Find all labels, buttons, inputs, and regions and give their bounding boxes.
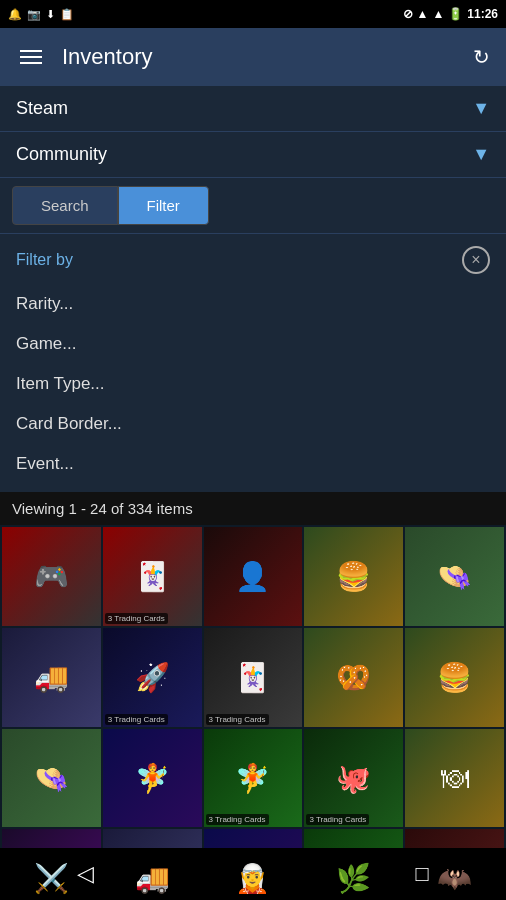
item-inner: 🍔 <box>405 628 504 727</box>
category-dropdown[interactable]: Community ▼ <box>0 132 506 178</box>
no-sim-icon: ⊘ <box>403 7 413 21</box>
download-icon: ⬇ <box>46 8 55 21</box>
filter-header: Filter by × <box>16 246 490 274</box>
inventory-item-8[interactable]: 🃏 3 Trading Cards <box>204 628 303 727</box>
inventory-item-14[interactable]: 🐙 3 Trading Cards <box>304 729 403 828</box>
inventory-item-13[interactable]: 🧚 3 Trading Cards <box>204 729 303 828</box>
item-inner: 🥨 <box>304 628 403 727</box>
item-badge: 3 Trading Cards <box>105 613 168 624</box>
clipboard-icon: 📋 <box>60 8 74 21</box>
filter-option-game[interactable]: Game... <box>16 324 490 364</box>
item-inner: 🚚 <box>2 628 101 727</box>
item-badge: 3 Trading Cards <box>105 714 168 725</box>
inventory-item-9[interactable]: 🥨 <box>304 628 403 727</box>
inventory-item-4[interactable]: 🍔 <box>304 527 403 626</box>
category-label: Community <box>16 144 107 165</box>
app-bar: Inventory ↻ <box>0 28 506 86</box>
item-inner: 👒 <box>2 729 101 828</box>
category-arrow-icon: ▼ <box>472 144 490 165</box>
close-filter-button[interactable]: × <box>462 246 490 274</box>
wifi-icon: ▲ <box>417 7 429 21</box>
item-inner: 🚀 3 Trading Cards <box>103 628 202 727</box>
viewing-count: Viewing 1 - 24 of 334 items <box>12 500 193 517</box>
filter-option-itemtype[interactable]: Item Type... <box>16 364 490 404</box>
battery-icon: 🔋 <box>448 7 463 21</box>
clock: 11:26 <box>467 7 498 21</box>
item-badge: 3 Trading Cards <box>206 714 269 725</box>
item-inner: 🃏 3 Trading Cards <box>103 527 202 626</box>
item-inner: 🧚 3 Trading Cards <box>204 729 303 828</box>
camera-icon: 📷 <box>27 8 41 21</box>
filter-tab[interactable]: Filter <box>118 186 209 225</box>
item-inner: 🧚 <box>103 729 202 828</box>
notification-icon: 🔔 <box>8 8 22 21</box>
platform-arrow-icon: ▼ <box>472 98 490 119</box>
item-badge: 3 Trading Cards <box>206 814 269 825</box>
inventory-item-2[interactable]: 🃏 3 Trading Cards <box>103 527 202 626</box>
signal-icon: ▲ <box>432 7 444 21</box>
refresh-button[interactable]: ↻ <box>473 45 490 69</box>
menu-button[interactable] <box>16 46 46 68</box>
item-inner: 🍔 <box>304 527 403 626</box>
item-inner: 🍽 <box>405 729 504 828</box>
inventory-item-15[interactable]: 🍽 <box>405 729 504 828</box>
status-icons-left: 🔔 📷 ⬇ 📋 <box>8 8 74 21</box>
app-title: Inventory <box>62 44 457 70</box>
status-icons-right: ⊘ ▲ ▲ 🔋 11:26 <box>403 7 498 21</box>
inventory-item-7[interactable]: 🚀 3 Trading Cards <box>103 628 202 727</box>
inventory-item-12[interactable]: 🧚 <box>103 729 202 828</box>
inventory-item-6[interactable]: 🚚 <box>2 628 101 727</box>
item-inner: 👒 <box>405 527 504 626</box>
platform-dropdown[interactable]: Steam ▼ <box>0 86 506 132</box>
search-tab[interactable]: Search <box>12 186 118 225</box>
inventory-item-3[interactable]: 👤 <box>204 527 303 626</box>
item-inner: 👤 <box>204 527 303 626</box>
inventory-item-11[interactable]: 👒 <box>2 729 101 828</box>
filter-option-rarity[interactable]: Rarity... <box>16 284 490 324</box>
filter-option-cardborder[interactable]: Card Border... <box>16 404 490 444</box>
inventory-item-5[interactable]: 👒 <box>405 527 504 626</box>
filter-by-label: Filter by <box>16 251 73 269</box>
item-inner: 🐙 3 Trading Cards <box>304 729 403 828</box>
tab-bar: Search Filter <box>0 178 506 234</box>
platform-label: Steam <box>16 98 68 119</box>
item-inner: 🃏 3 Trading Cards <box>204 628 303 727</box>
status-bar: 🔔 📷 ⬇ 📋 ⊘ ▲ ▲ 🔋 11:26 <box>0 0 506 28</box>
viewing-bar: Viewing 1 - 24 of 334 items <box>0 492 506 525</box>
filter-section: Filter by × Rarity... Game... Item Type.… <box>0 234 506 492</box>
filter-option-event[interactable]: Event... <box>16 444 490 484</box>
inventory-grid: 🎮 🃏 3 Trading Cards 👤 🍔 👒 <box>0 525 506 900</box>
inventory-item-1[interactable]: 🎮 <box>2 527 101 626</box>
item-inner: 🎮 <box>2 527 101 626</box>
inventory-item-10[interactable]: 🍔 <box>405 628 504 727</box>
item-badge: 3 Trading Cards <box>306 814 369 825</box>
